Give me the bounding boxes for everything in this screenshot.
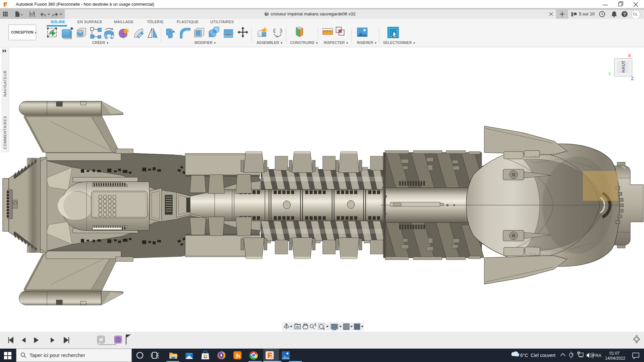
- svg-text:Ciel couvert: Ciel couvert: [531, 353, 555, 358]
- svg-text:FRA: FRA: [593, 353, 601, 358]
- svg-text:14/04/2022: 14/04/2022: [605, 356, 625, 361]
- svg-text:01:07: 01:07: [609, 351, 620, 356]
- svg-text:?: ?: [623, 12, 626, 17]
- svg-text:h: h: [237, 353, 240, 359]
- svg-text:360: 360: [270, 357, 273, 359]
- svg-text:6°C: 6°C: [520, 353, 528, 358]
